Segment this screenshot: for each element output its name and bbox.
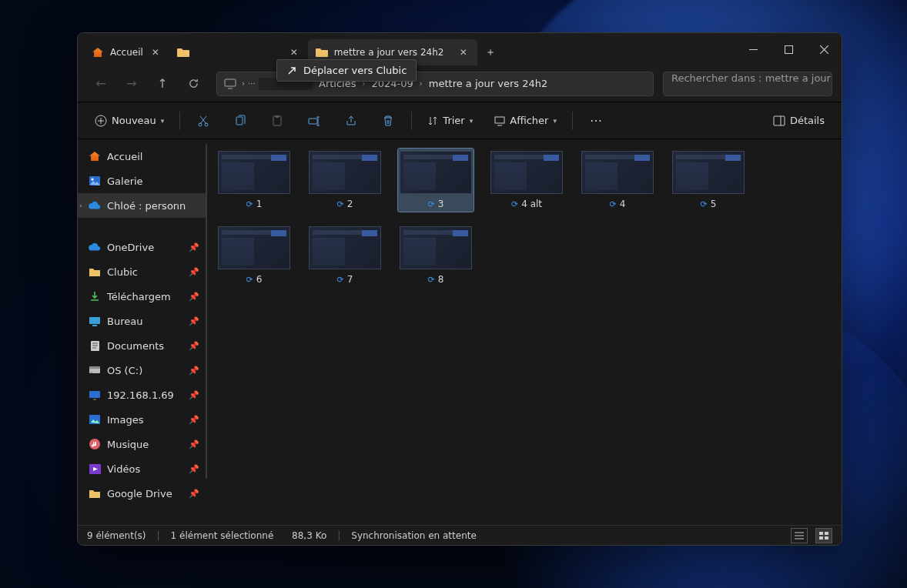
body: AccueilGalerie›Chloé : personnOneDrive📌C… [78,139,842,525]
pin-icon[interactable]: 📌 [189,415,199,425]
file-item[interactable]: ⟳4 [580,149,655,212]
back-button[interactable]: ← [87,70,115,98]
pin-icon[interactable]: 📌 [189,439,199,449]
pin-icon[interactable]: 📌 [189,489,199,499]
onedrive-icon [89,199,101,212]
delete-button[interactable] [373,108,403,134]
sidebar-item-galerie[interactable]: Galerie [78,169,207,193]
sidebar-item-label: Chloé : personn [107,200,186,212]
cut-button[interactable] [188,108,219,134]
file-label: ⟳8 [428,274,444,285]
file-label: ⟳4 alt [511,199,542,209]
paste-button[interactable] [262,108,293,134]
maximize-button[interactable] [771,33,806,65]
breadcrumb-item[interactable]: mettre a jour vers 24h2 [426,76,551,91]
file-item[interactable]: ⟳7 [307,224,383,287]
view-thumbnails-button[interactable] [815,528,832,543]
sidebar-item-label: OneDrive [107,242,154,253]
sidebar-item-bureau[interactable]: Bureau📌 [78,309,207,333]
content-area[interactable]: ⟳1⟳2⟳3⟳4 alt⟳4⟳5⟳6⟳7⟳8 [207,139,842,525]
svg-rect-28 [825,536,828,540]
pin-icon[interactable]: 📌 [189,366,199,376]
copy-button[interactable] [225,108,256,134]
share-button[interactable] [336,108,366,134]
search-input[interactable]: Rechercher dans : mettre a jour v [663,72,832,96]
pin-icon[interactable]: 📌 [189,267,199,277]
sidebar-item-label: Galerie [107,175,143,187]
thumbnail [672,151,745,194]
toolbar: Nouveau ▾ Trier ▾ Afficher ▾ ⋯ Détails [78,102,842,139]
file-item[interactable]: ⟳4 alt [489,149,564,212]
sidebar-item-chlo-personn[interactable]: ›Chloé : personn [78,193,207,218]
svg-point-13 [92,179,94,181]
new-button-label: Nouveau [112,115,156,126]
file-label: ⟳3 [428,199,444,209]
sidebar-item-images[interactable]: Images📌 [78,407,207,432]
folder-icon [316,46,328,58]
rename-button[interactable] [299,108,330,134]
sidebar-item-onedrive[interactable]: OneDrive📌 [78,235,207,259]
thumbnail [400,226,472,269]
sync-icon: ⟳ [246,199,253,209]
file-item[interactable]: ⟳6 [216,224,292,287]
chevron-right-icon[interactable]: › [242,79,245,88]
pin-icon[interactable]: 📌 [189,464,199,474]
more-button[interactable]: ⋯ [581,108,611,134]
explorer-window: Accueil ✕ ✕ mettre a jour vers 24h2 ✕ ＋ [77,32,842,546]
new-button[interactable]: Nouveau ▾ [87,108,172,134]
pin-icon[interactable]: 📌 [189,292,199,302]
file-item[interactable]: ⟳1 [216,149,292,212]
forward-button[interactable]: → [118,70,146,98]
sidebar-item-accueil[interactable]: Accueil [78,144,207,169]
file-item[interactable]: ⟳5 [671,149,746,212]
chevron-right-icon[interactable]: › [420,79,423,88]
view-list-button[interactable] [791,528,808,543]
file-item[interactable]: ⟳2 [307,149,383,212]
pin-icon[interactable]: 📌 [189,390,199,400]
sidebar-item-192-168-1-69[interactable]: 192.168.1.69📌 [78,383,207,407]
sidebar-item-t-l-chargem[interactable]: Téléchargem📌 [78,284,207,309]
view-icon [494,115,505,126]
sidebar-item-google-drive[interactable]: Google Drive📌 [78,481,207,506]
sidebar-item-vid-os[interactable]: Vidéos📌 [78,456,207,481]
thumbnail [581,151,654,194]
sort-button[interactable]: Trier ▾ [420,108,480,134]
ellipsis-icon[interactable]: ⋯ [248,79,256,88]
monitor-icon [89,389,101,401]
sync-icon: ⟳ [511,199,518,209]
desktop-icon [89,315,101,327]
view-button[interactable]: Afficher ▾ [487,108,564,134]
pin-icon[interactable]: 📌 [189,341,199,351]
titlebar: Accueil ✕ ✕ mettre a jour vers 24h2 ✕ ＋ [78,33,842,65]
details-pane-button[interactable]: Détails [765,108,832,134]
sort-label: Trier [443,115,464,126]
sidebar-item-musique[interactable]: Musique📌 [78,432,207,456]
folder-icon [177,46,189,58]
window-close-button[interactable] [806,33,842,65]
minimize-button[interactable] [735,33,771,65]
sidebar-item-os-c-[interactable]: OS (C:)📌 [78,358,207,383]
tab-accueil[interactable]: Accueil ✕ [84,39,169,65]
drag-tooltip-text: Déplacer vers Clubic [303,65,407,76]
tab-close-button[interactable]: ✕ [288,46,300,58]
sidebar[interactable]: AccueilGalerie›Chloé : personnOneDrive📌C… [78,139,207,525]
address-bar: ← → ↑ › ⋯ Articles › 2024-09 › mettre a … [78,65,842,102]
sidebar-item-clubic[interactable]: Clubic📌 [78,259,207,284]
sidebar-item-label: Vidéos [107,463,140,475]
file-item[interactable]: ⟳8 [398,224,474,287]
tab-close-button[interactable]: ✕ [457,46,470,58]
tab-close-button[interactable]: ✕ [149,46,162,58]
pin-icon[interactable]: 📌 [189,316,199,326]
pin-icon[interactable]: 📌 [189,242,199,252]
file-item[interactable]: ⟳3 [398,149,474,212]
sync-icon: ⟳ [337,199,344,209]
sidebar-item-label: Musique [107,439,149,450]
refresh-button[interactable] [179,70,207,98]
new-tab-button[interactable]: ＋ [477,39,504,65]
home-icon [92,46,104,58]
sidebar-item-documents[interactable]: Documents📌 [78,333,207,358]
chevron-right-icon[interactable]: › [79,202,82,209]
sync-icon: ⟳ [246,275,253,285]
file-grid: ⟳1⟳2⟳3⟳4 alt⟳4⟳5⟳6⟳7⟳8 [216,149,832,287]
up-button[interactable]: ↑ [149,70,176,98]
